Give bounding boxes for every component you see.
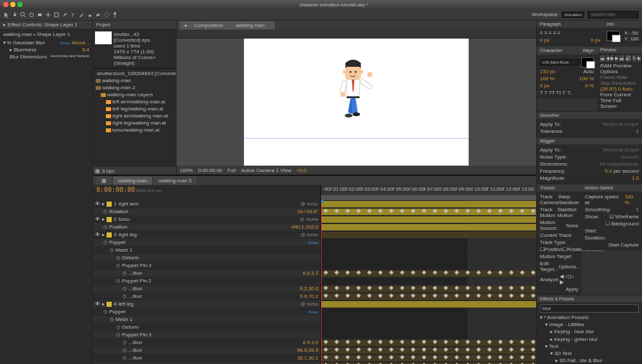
keyframe[interactable] bbox=[487, 355, 492, 360]
timeline-track[interactable] bbox=[321, 354, 536, 362]
timeline-track[interactable] bbox=[321, 231, 536, 239]
timeline-track[interactable] bbox=[321, 339, 536, 347]
keyframe[interactable] bbox=[444, 270, 448, 275]
keyframe[interactable] bbox=[498, 293, 503, 298]
keyframe[interactable] bbox=[324, 340, 328, 344]
keyframe[interactable] bbox=[465, 340, 470, 344]
keyframe[interactable] bbox=[520, 286, 525, 290]
timeline-track[interactable] bbox=[321, 262, 536, 270]
playhead[interactable] bbox=[321, 200, 322, 364]
zoom-level[interactable]: 100% bbox=[180, 168, 193, 173]
timeline-track[interactable] bbox=[321, 254, 536, 262]
keyframe[interactable] bbox=[531, 347, 535, 352]
keyframe[interactable] bbox=[334, 270, 339, 275]
property-row[interactable]: ◇Mesh 1 bbox=[93, 247, 320, 254]
keyframe[interactable] bbox=[400, 209, 404, 213]
keyframe[interactable] bbox=[367, 340, 372, 344]
timeline-track[interactable] bbox=[321, 300, 536, 308]
keyframe[interactable] bbox=[487, 340, 492, 344]
keyframe[interactable] bbox=[356, 347, 361, 352]
keyframe[interactable] bbox=[400, 293, 404, 298]
project-item[interactable]: right arm/walking man.ai bbox=[96, 112, 173, 119]
property-row[interactable]: ◇Mesh 1 bbox=[93, 316, 320, 324]
selection-tool-icon[interactable] bbox=[3, 12, 10, 18]
pin-tool-icon[interactable] bbox=[112, 12, 118, 18]
keyframe[interactable] bbox=[378, 347, 383, 352]
timeline-track[interactable] bbox=[321, 200, 536, 208]
timeline-track[interactable] bbox=[321, 308, 536, 316]
property-row[interactable]: ◇Deform bbox=[93, 254, 320, 262]
keyframe[interactable] bbox=[389, 209, 394, 213]
timeline-track[interactable] bbox=[321, 247, 536, 254]
keyframe[interactable] bbox=[378, 340, 383, 344]
type-style-buttons[interactable]: T T TT Tt T' T, bbox=[540, 89, 594, 96]
timeline-track[interactable] bbox=[321, 293, 536, 300]
property-row[interactable]: ◇PuppetReset bbox=[93, 308, 320, 316]
keyframe[interactable] bbox=[345, 293, 350, 298]
first-frame-button[interactable]: ⏮ bbox=[600, 55, 605, 62]
timeline-track[interactable] bbox=[321, 324, 536, 331]
eraser-tool-icon[interactable] bbox=[95, 12, 101, 18]
keyframe[interactable] bbox=[356, 209, 361, 213]
timeline-track[interactable] bbox=[321, 277, 536, 285]
timeline-tab-2[interactable]: walking-man 2 bbox=[153, 177, 197, 185]
keyframe[interactable] bbox=[476, 270, 481, 275]
keyframe[interactable] bbox=[367, 355, 372, 360]
timeline-track[interactable] bbox=[321, 347, 536, 354]
keyframe[interactable] bbox=[531, 340, 535, 344]
keyframe[interactable] bbox=[465, 270, 470, 275]
keyframe[interactable] bbox=[378, 270, 383, 275]
audio-button[interactable]: 🔊 bbox=[625, 55, 631, 62]
timeline-track[interactable] bbox=[321, 270, 536, 277]
project-item[interactable]: torso/walking-man.ai bbox=[96, 126, 173, 134]
keyframe[interactable] bbox=[509, 286, 514, 290]
keyframe[interactable] bbox=[367, 209, 372, 213]
keyframe[interactable] bbox=[324, 293, 328, 298]
effect-item[interactable]: ▾ * Animation Presets bbox=[540, 314, 639, 321]
keyframe[interactable] bbox=[389, 355, 394, 360]
blur-dim-value[interactable]: Horizontal and Vertical bbox=[51, 54, 89, 60]
keyframe[interactable] bbox=[422, 209, 426, 213]
keyframe[interactable] bbox=[334, 355, 339, 360]
property-row[interactable]: ◇...ition8.5,3.0 bbox=[93, 339, 320, 347]
timeline-track[interactable] bbox=[321, 285, 536, 293]
property-row[interactable]: ◇...ition56.0,29.5 bbox=[93, 347, 320, 354]
project-item[interactable]: right leg/walking man.ai bbox=[96, 119, 173, 126]
keyframe[interactable] bbox=[509, 355, 514, 360]
keyframe[interactable] bbox=[324, 286, 328, 290]
keyframe[interactable] bbox=[389, 293, 394, 298]
keyframe[interactable] bbox=[378, 286, 383, 290]
loop-button[interactable]: ↻ bbox=[632, 55, 636, 62]
keyframe[interactable] bbox=[520, 293, 525, 298]
keyframe[interactable] bbox=[422, 355, 426, 360]
keyframe[interactable] bbox=[433, 347, 437, 352]
keyframe[interactable] bbox=[356, 293, 361, 298]
keyframe[interactable] bbox=[367, 293, 372, 298]
layer-row[interactable]: 👁▸3right leg@ torso bbox=[93, 231, 320, 239]
font-select[interactable]: LiSt Sans Book bbox=[540, 59, 581, 65]
keyframe[interactable] bbox=[389, 270, 394, 275]
last-frame-button[interactable]: ⏭ bbox=[620, 55, 624, 62]
stamp-tool-icon[interactable] bbox=[87, 12, 93, 18]
align-tab[interactable]: Align bbox=[582, 48, 594, 53]
camera-tool-icon[interactable] bbox=[37, 12, 43, 18]
keyframe[interactable] bbox=[356, 355, 361, 360]
composition-viewport[interactable] bbox=[177, 39, 536, 166]
property-row[interactable]: ◇Puppet Pin 2 bbox=[93, 277, 320, 285]
anchor-tool-icon[interactable] bbox=[45, 12, 51, 18]
interpret-icon[interactable]: ▦ bbox=[95, 168, 100, 174]
keyframe[interactable] bbox=[498, 347, 503, 352]
keyframe[interactable] bbox=[356, 286, 361, 290]
pen-tool-icon[interactable] bbox=[62, 12, 68, 18]
start-capture-button[interactable]: Start Capture bbox=[608, 242, 639, 248]
keyframe[interactable] bbox=[422, 270, 426, 275]
exposure[interactable]: +0.0 bbox=[297, 168, 307, 173]
project-item[interactable]: shutterstock_109204643 [Converted].eps bbox=[96, 70, 173, 77]
keyframe[interactable] bbox=[324, 355, 328, 360]
keyframe[interactable] bbox=[367, 270, 372, 275]
effect-item[interactable]: ▸ Keying - green blur bbox=[540, 336, 639, 343]
keyframe[interactable] bbox=[487, 293, 492, 298]
keyframe[interactable] bbox=[356, 270, 361, 275]
effect-item[interactable]: ▾ Image - Utilities bbox=[540, 321, 639, 328]
keyframe[interactable] bbox=[400, 286, 404, 290]
